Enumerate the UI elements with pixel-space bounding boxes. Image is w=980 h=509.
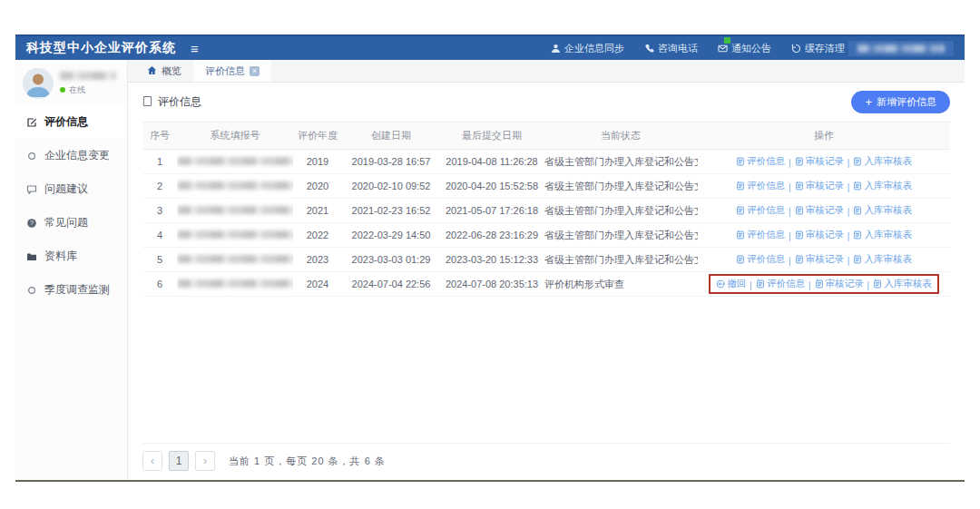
operation-link-record[interactable]: 审核记录 xyxy=(795,229,844,241)
app-body: 在线 评价信息企业信息变更问题建议?常见问题资料库季度调查监测 概览评价信息× … xyxy=(15,60,965,480)
sidebar-item-6[interactable]: 季度调查监测 xyxy=(15,273,127,307)
operation-link-record[interactable]: 审核记录 xyxy=(795,253,844,266)
operation-separator: | xyxy=(789,230,791,241)
operation-link-record[interactable]: 审核记录 xyxy=(815,278,864,290)
operation-separator: | xyxy=(848,157,850,168)
tab-label: 概览 xyxy=(162,64,181,78)
redacted-filing-number xyxy=(178,157,293,165)
cell-created-date: 2020-02-10 09:52 xyxy=(342,174,440,199)
topbar-menu: 企业信息同步咨询电话通知公告缓存清理 xyxy=(551,42,845,55)
operation-link-info[interactable]: 评价信息 xyxy=(756,278,805,290)
cell-year: 2019 xyxy=(293,150,342,174)
column-header: 评价年度 xyxy=(293,122,342,150)
cell-status: 省级主管部门办理入库登记和公告文件 xyxy=(544,223,698,248)
operation-link-info[interactable]: 评价信息 xyxy=(736,180,785,192)
operation-link-form[interactable]: 入库审核表 xyxy=(853,204,912,217)
page-1-button[interactable]: 1 xyxy=(169,451,189,471)
cell-year: 2023 xyxy=(293,248,342,272)
add-evaluation-button[interactable]: + 新增评价信息 xyxy=(851,91,950,113)
operation-label: 评价信息 xyxy=(747,253,785,266)
cell-status: 省级主管部门办理入库登记和公告文件 xyxy=(544,248,698,272)
sidebar-item-label: 季度调查监测 xyxy=(44,282,110,298)
operation-label: 审核记录 xyxy=(806,204,844,217)
operation-link-info[interactable]: 评价信息 xyxy=(736,204,785,217)
empty-space xyxy=(142,297,950,443)
operation-label: 入库审核表 xyxy=(864,180,912,192)
doc-icon xyxy=(736,255,745,264)
notification-badge xyxy=(724,37,730,44)
redacted-filing-number xyxy=(178,181,293,190)
operation-link-record[interactable]: 审核记录 xyxy=(795,204,844,217)
sidebar-item-2[interactable]: 企业信息变更 xyxy=(15,139,127,172)
topbar-item-1[interactable]: 企业信息同步 xyxy=(551,42,624,55)
operation-separator: | xyxy=(789,206,791,217)
operation-separator: | xyxy=(848,230,850,241)
prev-page-button[interactable]: ‹ xyxy=(142,451,162,471)
cell-operations: 评价信息|审核记录|入库审核表 xyxy=(698,199,950,223)
next-page-button[interactable]: › xyxy=(195,451,215,471)
plus-icon: + xyxy=(865,96,872,108)
table-row-1: 120192019-03-28 16:572019-04-08 11:26:28… xyxy=(142,150,950,174)
evaluation-table: 序号系统填报号评价年度创建日期最后提交日期当前状态操作 120192019-03… xyxy=(142,122,950,297)
table-row-3: 320212021-02-23 16:522021-05-07 17:26:18… xyxy=(142,199,950,223)
operation-link-withdraw[interactable]: 撤回 xyxy=(716,278,746,290)
menu-toggle-icon[interactable]: ≡ xyxy=(191,42,199,55)
doc-icon xyxy=(756,279,765,289)
operation-link-form[interactable]: 入库审核表 xyxy=(853,229,912,241)
topbar-item-3[interactable]: 通知公告 xyxy=(718,42,771,55)
redacted-username xyxy=(858,44,945,53)
operation-link-record[interactable]: 审核记录 xyxy=(795,155,844,168)
sidebar-item-label: 企业信息变更 xyxy=(44,148,110,163)
operation-separator: | xyxy=(789,157,791,168)
operation-link-form[interactable]: 入库审核表 xyxy=(873,278,932,290)
add-evaluation-label: 新增评价信息 xyxy=(877,95,936,109)
tab-close-icon[interactable]: × xyxy=(250,66,260,76)
tabbar: 概览评价信息× xyxy=(128,60,965,83)
cell-operations: 评价信息|审核记录|入库审核表 xyxy=(698,150,950,174)
tab-1[interactable]: 概览 xyxy=(135,60,193,82)
cell-index: 4 xyxy=(142,223,177,248)
operation-link-info[interactable]: 评价信息 xyxy=(736,155,785,168)
home-icon xyxy=(147,65,157,77)
cell-operations: 撤回|评价信息|审核记录|入库审核表 xyxy=(698,272,950,297)
doc-icon xyxy=(853,157,862,166)
topbar-user[interactable] xyxy=(848,41,954,56)
sidebar-item-5[interactable]: 资料库 xyxy=(15,240,127,273)
edit-icon xyxy=(26,117,37,128)
column-header: 系统填报号 xyxy=(177,122,293,150)
cell-year: 2021 xyxy=(293,199,342,223)
cell-submitted-date: 2024-07-08 20:35:13 xyxy=(440,272,544,297)
sidebar-item-4[interactable]: ?常见问题 xyxy=(15,206,127,240)
tab-2[interactable]: 评价信息× xyxy=(193,60,271,82)
redacted-filing-number xyxy=(178,255,293,263)
topbar-item-4[interactable]: 缓存清理 xyxy=(791,42,845,55)
operation-label: 评价信息 xyxy=(767,278,805,290)
comment-icon xyxy=(26,184,37,195)
topbar-item-2[interactable]: 咨询电话 xyxy=(644,42,698,55)
sidebar-item-3[interactable]: 问题建议 xyxy=(15,172,127,206)
svg-text:?: ? xyxy=(30,220,34,226)
cell-year: 2022 xyxy=(293,223,342,248)
cell-index: 1 xyxy=(142,150,177,174)
pagination: ‹ 1 › 当前 1 页，每页 20 条，共 6 条 xyxy=(142,443,950,480)
cell-status: 省级主管部门办理入库登记和公告文件 xyxy=(544,199,698,223)
operation-link-record[interactable]: 审核记录 xyxy=(795,180,844,192)
table-header-row: 序号系统填报号评价年度创建日期最后提交日期当前状态操作 xyxy=(142,122,950,150)
doc-icon xyxy=(795,255,804,264)
cell-created-date: 2024-07-04 22:56 xyxy=(342,272,440,297)
doc-icon xyxy=(795,181,804,191)
cell-status: 省级主管部门办理入库登记和公告文件 xyxy=(544,150,698,174)
operation-link-info[interactable]: 评价信息 xyxy=(736,253,785,266)
operation-link-form[interactable]: 入库审核表 xyxy=(853,155,912,168)
doc-icon xyxy=(736,230,745,240)
operation-link-form[interactable]: 入库审核表 xyxy=(853,180,912,192)
operation-label: 评价信息 xyxy=(747,229,785,241)
online-status: 在线 xyxy=(60,84,116,96)
operation-link-info[interactable]: 评价信息 xyxy=(736,229,785,241)
cell-filing-number xyxy=(177,248,293,272)
operation-label: 入库审核表 xyxy=(884,278,932,290)
operation-link-form[interactable]: 入库审核表 xyxy=(853,253,912,266)
operation-separator: | xyxy=(808,279,811,290)
sidebar-item-1[interactable]: 评价信息 xyxy=(15,105,127,139)
operation-separator: | xyxy=(848,181,850,192)
